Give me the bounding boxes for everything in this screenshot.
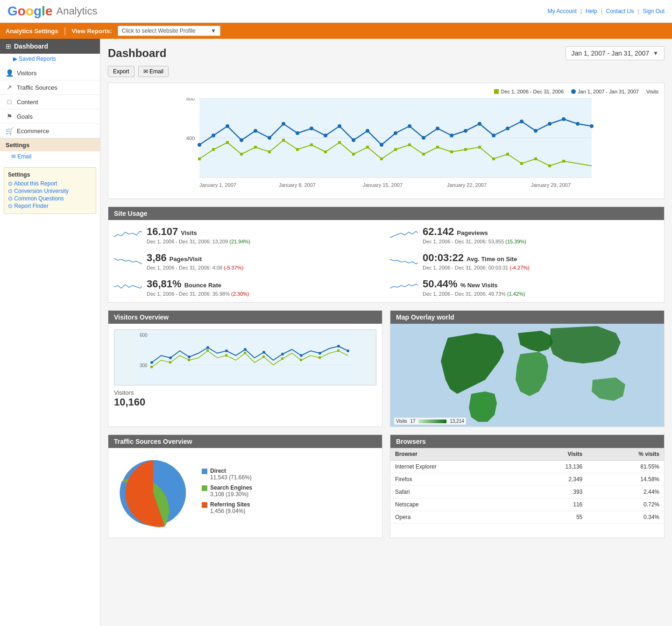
svg-rect-24 [380,157,383,160]
pageviews-sparkline [390,228,418,243]
svg-point-45 [296,131,299,135]
svg-point-40 [226,124,229,128]
pageviews-label: Pageviews [457,229,488,236]
metric-br-data: 36,81%Bounce Rate Dec 1, 2006 - Dec 31, … [147,278,249,297]
svg-rect-14 [240,153,243,156]
contact-us-link[interactable]: Contact Us [606,8,634,14]
nv-value: 50.44% [423,278,458,290]
email-setting-link[interactable]: ✉ Email [11,153,31,160]
date-range-picker[interactable]: Jan 1, 2007 - Jan 31, 2007 ▼ [566,46,665,60]
at-label: Avg. Time on Site [467,256,517,263]
sidebar-help-box: Settings ⊙ About this Report ⊙ Conversio… [4,167,96,214]
sidebar-goals-label: Goals [17,113,33,120]
traffic-icon: ↗ [6,84,13,91]
svg-rect-37 [562,160,565,163]
visits-sparkline [114,228,142,243]
sidebar-item-goals[interactable]: ⚑ Goals [0,109,100,124]
svg-rect-86 [188,359,190,361]
metric-visits-data: 16.107Visits Dec 1, 2006 - Dec 31, 2006:… [147,226,250,244]
search-detail: 3,108 (19.30%) [210,491,252,498]
svg-rect-19 [310,143,313,146]
sidebar-item-content[interactable]: □ Content [0,95,100,109]
browser-pct: 14.58% [587,473,664,486]
sidebar-item-traffic-sources[interactable]: ↗ Traffic Sources [0,80,100,95]
pie-direct: Direct 11,543 (71.66%) [202,468,252,481]
bottom-sections-2: Traffic Sources Overview [108,434,665,538]
pie-section: Direct 11,543 (71.66%) Search Engines 3,… [108,448,382,538]
saved-reports-link[interactable]: ▶ Saved Reports [13,56,56,62]
profile-dropdown[interactable]: Click to select Website Profile ▼ [118,26,220,36]
svg-point-73 [169,356,172,359]
legend-green: Dec 1, 2006 - Dec 31, 2006 [494,89,564,94]
metric-avg-time: 00:03:22Avg. Time on Site Dec 1, 2006 - … [390,252,658,270]
svg-point-82 [337,345,340,348]
svg-point-49 [352,138,355,142]
date-range-arrow-icon: ▼ [653,50,658,57]
svg-point-61 [520,120,523,123]
sidebar-dashboard-label: Dashboard [14,43,48,50]
svg-rect-20 [324,150,327,153]
svg-rect-16 [268,150,271,153]
sidebar-email-setting[interactable]: ✉ Email [0,151,100,162]
sign-out-link[interactable]: Sign Out [643,8,665,14]
sidebar-content-label: Content [17,99,38,106]
my-account-link[interactable]: My Account [548,8,577,14]
sidebar-traffic-label: Traffic Sources [17,84,57,91]
svg-rect-85 [169,361,171,363]
report-finder-link[interactable]: ⊙ Report Finder [8,202,92,210]
svg-rect-28 [436,146,439,149]
svg-point-75 [206,346,209,349]
svg-point-58 [478,122,481,126]
svg-text:January 8, 2007: January 8, 2007 [279,182,316,188]
svg-rect-29 [450,150,453,153]
browser-name: Opera [390,511,520,524]
header-nav: My Account | Help | Contact Us | Sign Ou… [548,8,665,14]
sidebar-item-ecommerce[interactable]: 🛒 Ecommerce [0,124,100,138]
conversion-university-link[interactable]: ⊙ Conversion University [8,187,92,195]
help-link[interactable]: Help [586,8,597,14]
sidebar-saved-reports: ▶ Saved Reports [0,54,100,66]
view-reports-label: View Reports: [71,28,112,35]
avg-time-sparkline [390,254,418,269]
svg-rect-17 [282,139,285,142]
at-comparison: Dec 1, 2006 - Dec 31, 2006: 00:03:31 (-4… [423,265,530,270]
svg-rect-35 [534,157,537,160]
table-row: Opera 55 0.34% [390,511,664,524]
content: Dashboard Jan 1, 2007 - Jan 31, 2007 ▼ E… [100,39,672,626]
svg-rect-92 [300,359,302,361]
col-visits: Visits [520,448,587,461]
svg-rect-87 [206,349,209,352]
svg-rect-34 [520,162,523,165]
common-questions-link[interactable]: ⊙ Common Questions [8,195,92,202]
metric-pageviews-data: 62.142Pageviews Dec 1, 2006 - Dec 31, 20… [423,226,526,244]
browsers-header: Browsers [390,435,664,448]
svg-rect-30 [464,148,467,151]
analytics-settings-link[interactable]: Analytics Settings [6,28,58,35]
email-button[interactable]: ✉ Email [138,66,169,77]
sidebar-dashboard-item[interactable]: ⊞ Dashboard [0,39,100,54]
map-container: Visits 17 13,214 [390,324,664,427]
svg-point-62 [534,129,538,133]
browsers-body: Internet Explorer 13,136 81.55% Firefox … [390,461,664,524]
legend-blue-label: Jan 1, 2007 - Jan 31, 2007 [578,89,639,94]
about-report-link[interactable]: ⊙ About this Report [8,180,92,187]
browser-visits: 116 [520,498,587,511]
metric-nv-data: 50.44%% New Visits Dec 1, 2006 - Dec 31,… [423,278,525,297]
svg-point-81 [318,352,321,355]
browser-pct: 2.44% [587,486,664,498]
direct-dot [202,469,207,474]
svg-point-43 [268,136,271,140]
map-legend-min: 17 [410,419,416,424]
search-dot [202,485,207,491]
metric-bounce: 36,81%Bounce Rate Dec 1, 2006 - Dec 31, … [114,278,382,297]
table-row: Safari 393 2.44% [390,486,664,498]
browser-visits: 55 [520,511,587,524]
sidebar-item-visitors[interactable]: 👤 Visitors [0,66,100,80]
svg-point-51 [380,143,383,147]
svg-text:January 15, 2007: January 15, 2007 [363,182,403,188]
profile-placeholder: Click to select Website Profile [122,28,196,34]
metric-pageviews: 62.142Pageviews Dec 1, 2006 - Dec 31, 20… [390,226,658,244]
svg-point-64 [562,117,566,121]
export-button[interactable]: Export [108,66,134,77]
svg-rect-25 [394,148,397,151]
